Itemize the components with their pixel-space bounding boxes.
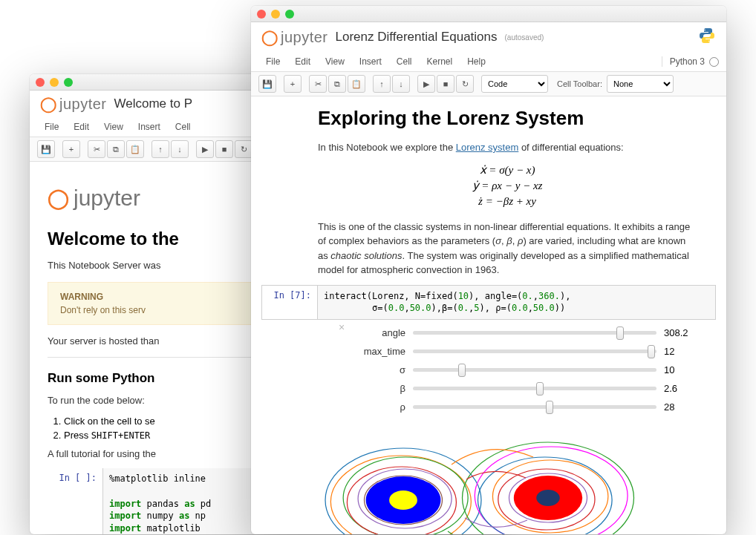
page-title: Exploring the Lorenz System [318,107,697,130]
close-widget-icon[interactable]: × [339,321,345,333]
svg-point-19 [536,490,560,506]
add-cell-button[interactable]: + [62,140,80,158]
move-down-button[interactable]: ↓ [171,140,189,158]
code-cell[interactable]: In [7]: interact(Lorenz, N=fixed(10), an… [261,285,716,321]
menu-help[interactable]: Help [460,53,493,70]
menubar: File Edit View Insert Cell Kernel Help P… [251,52,726,72]
stop-button[interactable]: ■ [215,140,233,158]
menu-view[interactable]: View [318,53,352,70]
close-icon[interactable] [257,10,266,19]
kernel-indicator: Python 3 [662,56,719,67]
close-icon[interactable] [36,78,45,87]
slider-row-σ: σ10 [353,364,694,375]
slider-label: angle [353,327,405,338]
move-down-button[interactable]: ↓ [392,75,410,93]
slider-value: 10 [664,364,694,375]
prompt: In [ ]: [48,468,102,534]
add-cell-button[interactable]: + [284,75,302,93]
save-button[interactable]: 💾 [258,75,276,93]
minimize-icon[interactable] [50,78,59,87]
zoom-icon[interactable] [64,78,73,87]
menu-file[interactable]: File [37,119,66,135]
code-area[interactable]: interact(Lorenz, N=fixed(10), angle=(0.,… [317,286,715,320]
cut-button[interactable]: ✂ [309,75,327,93]
slider-track[interactable] [413,331,656,335]
logo-icon: ◯ [48,187,69,210]
menu-file[interactable]: File [258,53,287,70]
copy-button[interactable]: ⧉ [107,140,125,158]
stop-button[interactable]: ■ [437,75,454,93]
jupyter-logo: ◯ jupyter [40,95,107,113]
copy-button[interactable]: ⧉ [328,75,346,93]
cut-button[interactable]: ✂ [88,140,105,158]
slider-row-max_time: max_time12 [353,346,694,357]
slider-thumb[interactable] [536,382,544,395]
save-button[interactable]: 💾 [37,140,55,158]
svg-point-10 [389,490,417,510]
lorenz-link[interactable]: Lorenz system [456,142,519,153]
slider-row-β: β2.6 [353,383,694,394]
slider-value: 12 [664,346,694,357]
lorenz-attractor-plot [318,427,659,534]
restart-button[interactable]: ↻ [456,75,474,93]
prompt: In [7]: [262,286,317,320]
jupyter-logo: ◯ jupyter [261,28,328,46]
slider-label: σ [353,364,405,375]
menu-cell[interactable]: Cell [168,119,198,135]
slider-value: 308.2 [664,327,694,338]
autosave-status: (autosaved) [505,33,544,42]
celltype-select[interactable]: Code [481,75,548,93]
menu-insert[interactable]: Insert [352,53,389,70]
slider-thumb[interactable] [616,326,624,340]
intro-para: In this Notebook we explore the Lorenz s… [318,140,697,155]
menu-view[interactable]: View [97,119,131,135]
slider-thumb[interactable] [458,364,466,377]
slider-thumb[interactable] [648,345,655,358]
foreground-window: ◯ jupyter Lorenz Differential Equations … [251,6,726,534]
description: This is one of the classic systems in no… [318,220,697,278]
menu-cell[interactable]: Cell [389,53,420,70]
logo-icon: ◯ [40,95,56,113]
notebook-title[interactable]: Welcome to P [114,96,193,111]
menu-edit[interactable]: Edit [66,119,97,135]
move-up-button[interactable]: ↑ [373,75,391,93]
zoom-icon[interactable] [285,10,294,19]
slider-thumb[interactable] [546,401,553,414]
slider-value: 28 [664,401,694,413]
svg-point-1 [708,41,710,42]
slider-row-angle: angle308.2 [353,327,694,338]
restart-button[interactable]: ↻ [235,140,252,158]
cell-toolbar-label: Cell Toolbar: [557,79,602,88]
run-button[interactable]: ▶ [417,75,435,93]
titlebar [251,6,726,22]
slider-label: ρ [353,401,405,413]
celltoolbar-select[interactable]: None [607,75,674,93]
widget-area: × angle308.2max_time12σ10β2.6ρ28 [316,320,716,427]
equations: ẋ = σ(y − x) ẏ = ρx − y − xz ż = −βz + x… [318,163,697,209]
notebook-title[interactable]: Lorenz Differential Equations [336,30,498,45]
slider-label: max_time [353,346,405,357]
slider-track[interactable] [413,368,656,372]
header: ◯ jupyter Lorenz Differential Equations … [251,22,726,52]
kernel-status-icon [709,57,719,67]
toolbar: 💾 + ✂ ⧉ 📋 ↑ ↓ ▶ ■ ↻ Code Cell Toolbar: N… [251,72,726,96]
run-button[interactable]: ▶ [196,140,214,158]
slider-track[interactable] [413,405,656,409]
paste-button[interactable]: 📋 [348,75,365,93]
paste-button[interactable]: 📋 [126,140,144,158]
slider-label: β [353,383,405,394]
slider-row-ρ: ρ28 [353,401,694,413]
minimize-icon[interactable] [271,10,280,19]
menu-kernel[interactable]: Kernel [420,53,460,70]
notebook-content: Exploring the Lorenz System In this Note… [251,96,726,285]
logo-icon: ◯ [261,28,278,46]
menu-insert[interactable]: Insert [131,119,168,135]
slider-track[interactable] [413,387,656,390]
slider-value: 2.6 [664,383,694,394]
svg-point-0 [704,30,706,31]
slider-track[interactable] [413,349,656,353]
python-icon [698,27,716,47]
menu-edit[interactable]: Edit [287,53,318,70]
move-up-button[interactable]: ↑ [151,140,169,158]
